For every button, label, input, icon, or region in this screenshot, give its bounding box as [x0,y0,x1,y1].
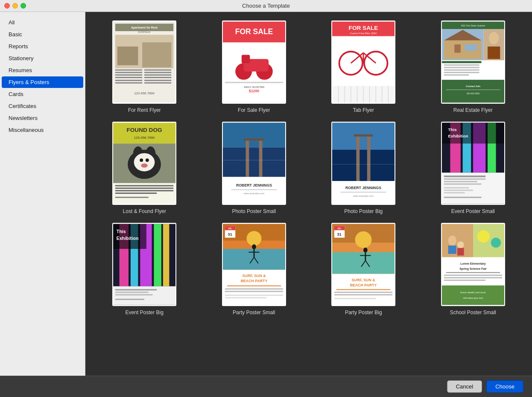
svg-rect-125 [444,184,482,185]
svg-rect-8 [115,70,142,71]
svg-rect-126 [444,187,469,188]
svg-rect-13 [144,72,171,73]
svg-point-149 [252,244,256,249]
template-item-event-big[interactable]: This Exhibition Event Poster Big [94,223,195,315]
template-thumb-party-small[interactable]: JUL 31 SURF, SUN & BEACH PARTY [222,223,286,306]
svg-rect-87 [115,197,149,198]
svg-text:123.456.7890: 123.456.7890 [134,91,155,95]
template-item-party-big[interactable]: JUL 31 SURF, SUN & BEACH PARTY Party Pos… [313,223,414,315]
sidebar-item-flyers[interactable]: Flyers & Posters [2,76,83,88]
template-grid: Apartment for Rent $1400/Month [94,20,523,315]
svg-rect-83 [115,185,173,187]
svg-point-194 [477,230,489,242]
template-item-real-estate[interactable]: 4321 First Street, Anytown [423,20,524,113]
template-content-area: Apartment for Rent $1400/Month [85,12,532,397]
svg-rect-63 [444,67,479,68]
svg-rect-7 [142,42,171,67]
svg-rect-163 [225,291,283,292]
template-item-for-sale[interactable]: FOR SALE 100CC SCOOTER $1200 For Sale Fl… [204,20,305,113]
svg-point-195 [491,238,501,248]
sidebar-item-misc[interactable]: Miscellaneous [2,124,83,136]
svg-rect-16 [115,80,142,81]
svg-rect-60 [488,47,500,59]
template-label-event-big: Event Poster Big [126,309,164,315]
svg-text:JUL: JUL [228,228,232,230]
template-thumb-for-rent[interactable]: Apartment for Rent $1400/Month [112,20,176,104]
sidebar: All Basic Reports Stationery Resumes Fly… [0,12,85,397]
svg-rect-135 [163,224,170,286]
sidebar-item-resumes[interactable]: Resumes [2,64,83,76]
svg-text:31: 31 [228,232,232,236]
svg-rect-134 [154,224,162,286]
maximize-button[interactable] [20,3,26,9]
template-thumb-event-small[interactable]: This Exhibition [441,122,505,205]
svg-rect-103 [332,150,395,181]
close-button[interactable] [4,3,10,9]
template-thumb-photo-big[interactable]: ROBERT JENNINGS www.example.com [331,122,395,205]
sidebar-item-basic[interactable]: Basic [2,29,83,40]
svg-text:www.example.com: www.example.com [243,192,264,195]
template-thumb-school-small[interactable]: Lorem Elementary Spring Science Fair Eve… [441,223,505,306]
template-item-party-small[interactable]: JUL 31 SURF, SUN & BEACH PARTY Party Pos… [204,223,305,315]
template-thumb-lost-found[interactable]: FOUND DOG 123-456-7890 [112,122,176,205]
svg-text:FOR SALE: FOR SALE [235,27,273,36]
svg-point-191 [457,241,464,248]
svg-rect-142 [115,294,153,295]
svg-rect-199 [446,272,500,273]
svg-text:100CC SCOOTER: 100CC SCOOTER [243,86,264,88]
svg-rect-143 [115,299,144,300]
sidebar-item-all[interactable]: All [2,17,83,28]
template-label-lost-found: Lost & Found Flyer [123,208,166,214]
svg-text:FOR SALE: FOR SALE [349,25,378,31]
svg-rect-93 [259,140,262,177]
svg-rect-184 [334,292,392,293]
template-item-for-rent[interactable]: Apartment for Rent $1400/Month [94,20,195,113]
svg-rect-165 [225,297,266,298]
template-item-tab-flyer[interactable]: FOR SALE Custom Fixie Bike: $300 [313,20,414,113]
choose-button[interactable]: Choose [486,380,523,393]
template-item-photo-big[interactable]: ROBERT JENNINGS www.example.com Photo Po… [313,122,414,214]
template-item-school-small[interactable]: Lorem Elementary Spring Science Fair Eve… [423,223,524,315]
svg-rect-17 [115,82,142,84]
template-label-for-sale: For Sale Flyer [238,107,270,113]
svg-text:123-456-7890: 123-456-7890 [134,136,155,140]
template-thumb-event-big[interactable]: This Exhibition [112,223,176,306]
svg-text:ROBERT JENNINGS: ROBERT JENNINGS [236,183,272,187]
svg-rect-122 [444,175,485,177]
template-thumb-tab-flyer[interactable]: FOR SALE Custom Fixie Bike: $300 [331,20,395,104]
template-item-lost-found[interactable]: FOUND DOG 123-456-7890 [94,122,195,214]
template-label-party-small: Party Poster Small [233,309,275,315]
cancel-button[interactable]: Cancel [447,380,482,393]
svg-rect-56 [454,44,461,53]
svg-text:31: 31 [337,232,342,236]
sidebar-item-stationery[interactable]: Stationery [2,53,83,64]
svg-point-79 [134,153,155,172]
template-item-photo-small[interactable]: ROBERT JENNINGS www.example.com Photo Po… [204,122,305,214]
template-thumb-photo-small[interactable]: ROBERT JENNINGS www.example.com [222,122,286,205]
svg-rect-105 [367,135,371,181]
sidebar-item-newsletters[interactable]: Newsletters [2,112,83,124]
template-thumb-real-estate[interactable]: 4321 First Street, Anytown [441,20,505,104]
svg-rect-104 [357,135,360,181]
svg-text:This: This [448,127,456,132]
template-thumb-party-big[interactable]: JUL 31 SURF, SUN & BEACH PARTY [331,223,395,306]
svg-rect-11 [115,77,142,78]
svg-rect-139 [113,286,175,305]
template-thumb-for-sale[interactable]: FOR SALE 100CC SCOOTER $1200 [222,20,286,104]
svg-rect-186 [334,298,376,299]
sidebar-item-certificates[interactable]: Certificates [2,100,83,112]
svg-rect-98 [231,189,277,190]
svg-rect-94 [243,139,264,141]
svg-text:Custom Fixie Bike: $300: Custom Fixie Bike: $300 [350,32,377,35]
sidebar-item-reports[interactable]: Reports [2,41,83,52]
template-item-event-small[interactable]: This Exhibition Event Poster S [423,122,524,214]
svg-text:Event details and more: Event details and more [460,291,486,294]
svg-rect-140 [115,289,157,290]
svg-text:4321 First Street, Anytown: 4321 First Street, Anytown [461,25,485,27]
svg-rect-203 [442,286,504,305]
sidebar-item-cards[interactable]: Cards [2,88,83,100]
svg-rect-110 [341,192,386,193]
minimize-button[interactable] [12,3,18,9]
svg-text:SURF, SUN &: SURF, SUN & [352,278,376,282]
svg-point-82 [141,163,148,168]
